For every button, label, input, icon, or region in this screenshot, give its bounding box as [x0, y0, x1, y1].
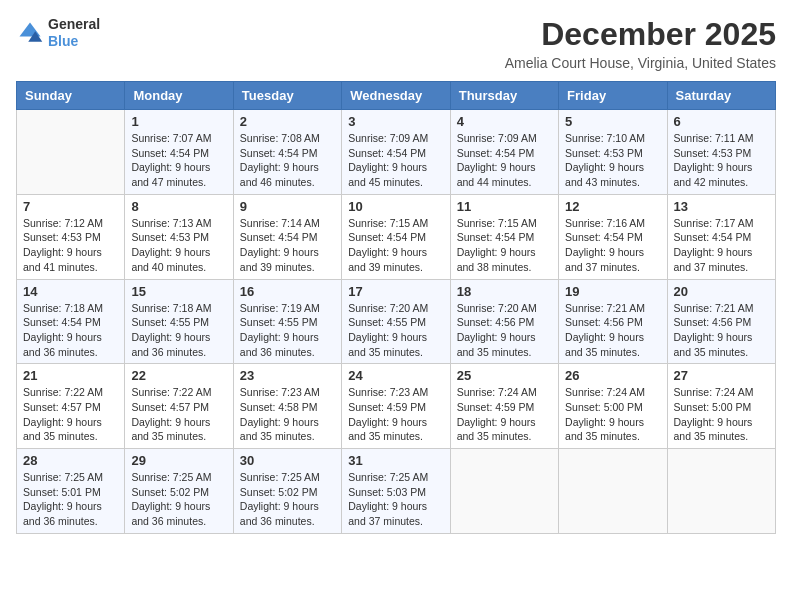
calendar-cell: 18Sunrise: 7:20 AMSunset: 4:56 PMDayligh… — [450, 279, 558, 364]
day-number: 14 — [23, 284, 118, 299]
day-number: 24 — [348, 368, 443, 383]
calendar-cell: 19Sunrise: 7:21 AMSunset: 4:56 PMDayligh… — [559, 279, 667, 364]
calendar-cell: 1Sunrise: 7:07 AMSunset: 4:54 PMDaylight… — [125, 110, 233, 195]
day-info: Sunrise: 7:18 AMSunset: 4:54 PMDaylight:… — [23, 301, 118, 360]
day-info: Sunrise: 7:25 AMSunset: 5:02 PMDaylight:… — [240, 470, 335, 529]
title-block: December 2025 Amelia Court House, Virgin… — [505, 16, 776, 71]
day-info: Sunrise: 7:21 AMSunset: 4:56 PMDaylight:… — [674, 301, 769, 360]
page-header: General Blue December 2025 Amelia Court … — [16, 16, 776, 71]
day-info: Sunrise: 7:24 AMSunset: 5:00 PMDaylight:… — [674, 385, 769, 444]
day-info: Sunrise: 7:21 AMSunset: 4:56 PMDaylight:… — [565, 301, 660, 360]
calendar-cell: 26Sunrise: 7:24 AMSunset: 5:00 PMDayligh… — [559, 364, 667, 449]
day-info: Sunrise: 7:12 AMSunset: 4:53 PMDaylight:… — [23, 216, 118, 275]
calendar-cell: 29Sunrise: 7:25 AMSunset: 5:02 PMDayligh… — [125, 449, 233, 534]
month-title: December 2025 — [505, 16, 776, 53]
weekday-header: Saturday — [667, 82, 775, 110]
day-info: Sunrise: 7:16 AMSunset: 4:54 PMDaylight:… — [565, 216, 660, 275]
day-number: 17 — [348, 284, 443, 299]
day-info: Sunrise: 7:07 AMSunset: 4:54 PMDaylight:… — [131, 131, 226, 190]
day-info: Sunrise: 7:23 AMSunset: 4:58 PMDaylight:… — [240, 385, 335, 444]
weekday-header: Wednesday — [342, 82, 450, 110]
day-number: 4 — [457, 114, 552, 129]
day-number: 29 — [131, 453, 226, 468]
day-number: 27 — [674, 368, 769, 383]
day-info: Sunrise: 7:22 AMSunset: 4:57 PMDaylight:… — [23, 385, 118, 444]
day-info: Sunrise: 7:15 AMSunset: 4:54 PMDaylight:… — [457, 216, 552, 275]
day-info: Sunrise: 7:20 AMSunset: 4:56 PMDaylight:… — [457, 301, 552, 360]
calendar-cell: 20Sunrise: 7:21 AMSunset: 4:56 PMDayligh… — [667, 279, 775, 364]
day-info: Sunrise: 7:24 AMSunset: 5:00 PMDaylight:… — [565, 385, 660, 444]
day-number: 15 — [131, 284, 226, 299]
day-number: 3 — [348, 114, 443, 129]
calendar-cell — [667, 449, 775, 534]
day-info: Sunrise: 7:20 AMSunset: 4:55 PMDaylight:… — [348, 301, 443, 360]
day-number: 5 — [565, 114, 660, 129]
calendar-cell: 8Sunrise: 7:13 AMSunset: 4:53 PMDaylight… — [125, 194, 233, 279]
calendar-week-row: 21Sunrise: 7:22 AMSunset: 4:57 PMDayligh… — [17, 364, 776, 449]
day-info: Sunrise: 7:15 AMSunset: 4:54 PMDaylight:… — [348, 216, 443, 275]
day-info: Sunrise: 7:10 AMSunset: 4:53 PMDaylight:… — [565, 131, 660, 190]
day-info: Sunrise: 7:18 AMSunset: 4:55 PMDaylight:… — [131, 301, 226, 360]
calendar-header-row: SundayMondayTuesdayWednesdayThursdayFrid… — [17, 82, 776, 110]
day-info: Sunrise: 7:25 AMSunset: 5:01 PMDaylight:… — [23, 470, 118, 529]
day-number: 21 — [23, 368, 118, 383]
calendar-cell: 17Sunrise: 7:20 AMSunset: 4:55 PMDayligh… — [342, 279, 450, 364]
calendar-cell: 23Sunrise: 7:23 AMSunset: 4:58 PMDayligh… — [233, 364, 341, 449]
logo-blue: Blue — [48, 33, 100, 50]
calendar-cell: 6Sunrise: 7:11 AMSunset: 4:53 PMDaylight… — [667, 110, 775, 195]
calendar-cell: 5Sunrise: 7:10 AMSunset: 4:53 PMDaylight… — [559, 110, 667, 195]
weekday-header: Thursday — [450, 82, 558, 110]
day-info: Sunrise: 7:08 AMSunset: 4:54 PMDaylight:… — [240, 131, 335, 190]
day-info: Sunrise: 7:25 AMSunset: 5:03 PMDaylight:… — [348, 470, 443, 529]
weekday-header: Tuesday — [233, 82, 341, 110]
calendar-cell: 30Sunrise: 7:25 AMSunset: 5:02 PMDayligh… — [233, 449, 341, 534]
day-number: 10 — [348, 199, 443, 214]
weekday-header: Monday — [125, 82, 233, 110]
calendar-cell: 4Sunrise: 7:09 AMSunset: 4:54 PMDaylight… — [450, 110, 558, 195]
day-number: 1 — [131, 114, 226, 129]
day-info: Sunrise: 7:19 AMSunset: 4:55 PMDaylight:… — [240, 301, 335, 360]
day-number: 2 — [240, 114, 335, 129]
calendar-cell: 31Sunrise: 7:25 AMSunset: 5:03 PMDayligh… — [342, 449, 450, 534]
calendar-cell: 10Sunrise: 7:15 AMSunset: 4:54 PMDayligh… — [342, 194, 450, 279]
day-number: 23 — [240, 368, 335, 383]
calendar-cell: 22Sunrise: 7:22 AMSunset: 4:57 PMDayligh… — [125, 364, 233, 449]
logo-icon — [16, 19, 44, 47]
location: Amelia Court House, Virginia, United Sta… — [505, 55, 776, 71]
day-number: 28 — [23, 453, 118, 468]
calendar-cell: 15Sunrise: 7:18 AMSunset: 4:55 PMDayligh… — [125, 279, 233, 364]
calendar-week-row: 14Sunrise: 7:18 AMSunset: 4:54 PMDayligh… — [17, 279, 776, 364]
calendar-cell: 25Sunrise: 7:24 AMSunset: 4:59 PMDayligh… — [450, 364, 558, 449]
calendar-cell: 3Sunrise: 7:09 AMSunset: 4:54 PMDaylight… — [342, 110, 450, 195]
day-info: Sunrise: 7:14 AMSunset: 4:54 PMDaylight:… — [240, 216, 335, 275]
calendar-cell: 14Sunrise: 7:18 AMSunset: 4:54 PMDayligh… — [17, 279, 125, 364]
calendar-cell: 9Sunrise: 7:14 AMSunset: 4:54 PMDaylight… — [233, 194, 341, 279]
calendar-cell: 7Sunrise: 7:12 AMSunset: 4:53 PMDaylight… — [17, 194, 125, 279]
day-number: 25 — [457, 368, 552, 383]
day-number: 12 — [565, 199, 660, 214]
calendar-cell: 11Sunrise: 7:15 AMSunset: 4:54 PMDayligh… — [450, 194, 558, 279]
day-info: Sunrise: 7:11 AMSunset: 4:53 PMDaylight:… — [674, 131, 769, 190]
logo-text: General Blue — [48, 16, 100, 50]
calendar-cell: 13Sunrise: 7:17 AMSunset: 4:54 PMDayligh… — [667, 194, 775, 279]
calendar-cell: 28Sunrise: 7:25 AMSunset: 5:01 PMDayligh… — [17, 449, 125, 534]
day-number: 6 — [674, 114, 769, 129]
day-info: Sunrise: 7:23 AMSunset: 4:59 PMDaylight:… — [348, 385, 443, 444]
calendar-cell — [17, 110, 125, 195]
calendar-cell: 12Sunrise: 7:16 AMSunset: 4:54 PMDayligh… — [559, 194, 667, 279]
day-info: Sunrise: 7:09 AMSunset: 4:54 PMDaylight:… — [348, 131, 443, 190]
day-number: 22 — [131, 368, 226, 383]
calendar-cell: 2Sunrise: 7:08 AMSunset: 4:54 PMDaylight… — [233, 110, 341, 195]
day-number: 18 — [457, 284, 552, 299]
day-info: Sunrise: 7:09 AMSunset: 4:54 PMDaylight:… — [457, 131, 552, 190]
day-info: Sunrise: 7:13 AMSunset: 4:53 PMDaylight:… — [131, 216, 226, 275]
day-info: Sunrise: 7:25 AMSunset: 5:02 PMDaylight:… — [131, 470, 226, 529]
day-number: 26 — [565, 368, 660, 383]
calendar-cell — [450, 449, 558, 534]
calendar-cell: 21Sunrise: 7:22 AMSunset: 4:57 PMDayligh… — [17, 364, 125, 449]
day-number: 19 — [565, 284, 660, 299]
day-number: 20 — [674, 284, 769, 299]
day-number: 13 — [674, 199, 769, 214]
calendar-cell: 24Sunrise: 7:23 AMSunset: 4:59 PMDayligh… — [342, 364, 450, 449]
day-number: 11 — [457, 199, 552, 214]
